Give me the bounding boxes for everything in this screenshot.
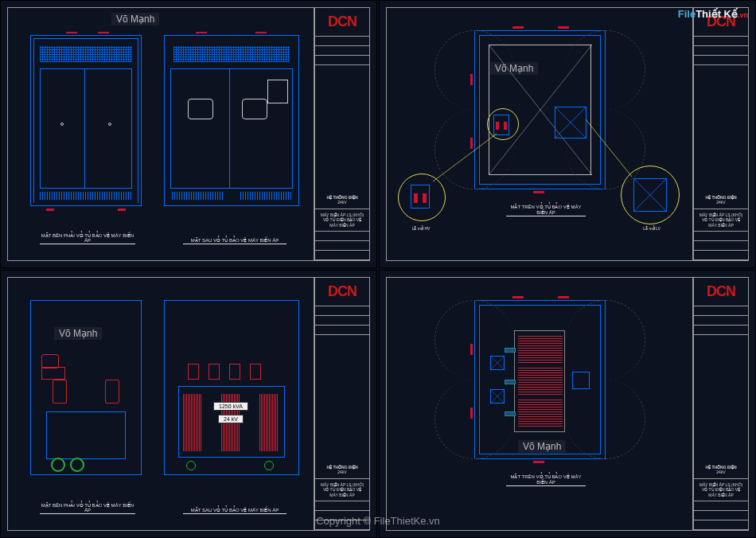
logo: DCN — [694, 278, 748, 306]
logo: DCN — [315, 278, 369, 306]
title-block: DCN HỆ THỐNG ĐIỆN24kV MÁY BIẾN ÁP LS (KH… — [314, 7, 370, 261]
author-watermark: Võ Mạnh — [518, 440, 566, 453]
title-block: DCN HỆ THỐNG ĐIỆN24kV MÁY BIẾN ÁP LS (KH… — [693, 7, 749, 261]
caption-top: MẶT TRÊN VỎ TỦ BẢO VỆ MÁY BIẾN ÁP — [506, 474, 586, 486]
transformer-rating: 1250 kVA — [213, 402, 248, 411]
cabinet-side-xfmr — [30, 300, 142, 475]
author-watermark: Võ Mạnh — [111, 13, 159, 25]
panel-bottom-right: Võ Mạnh — [379, 270, 756, 538]
caption-side: MẶT BÊN PHẢI VỎ TỦ BẢO VỆ MÁY BIẾN ÁP — [40, 502, 135, 514]
caption-side: MẶT BÊN PHẢI VỎ TỦ BẢO VỆ MÁY BIẾN ÁP — [40, 232, 135, 244]
panel-top-right: Võ Mạnh — [379, 0, 756, 268]
author-watermark: Võ Mạnh — [490, 62, 538, 75]
leader-lines — [387, 8, 692, 260]
site-corner-logo: FileThiết Kế.vn — [678, 8, 748, 20]
caption-rear: MẶT SAU VỎ TỦ BẢO VỆ MÁY BIẾN ÁP — [183, 237, 286, 244]
cabinet-rear-view — [164, 35, 299, 206]
svg-line-6 — [433, 134, 497, 181]
svg-line-7 — [586, 119, 632, 177]
panel-top-left: Võ Mạnh — [0, 0, 377, 268]
logo: DCN — [315, 8, 369, 37]
drawing-grid: Võ Mạnh — [0, 0, 756, 538]
site-watermark: Copyright © FileThietKe.vn — [316, 515, 440, 527]
title-block: DCN HỆ THỐNG ĐIỆN24kV MÁY BIẾN ÁP LS (KH… — [693, 277, 749, 531]
author-watermark: Võ Mạnh — [54, 327, 102, 340]
transformer-voltage: 24 kV — [218, 415, 244, 423]
panel-bottom-left: Võ Mạnh — [0, 270, 377, 538]
caption-top: MẶT TRÊN VỎ TỦ BẢO VỆ MÁY BIẾN ÁP — [506, 204, 586, 216]
title-block: DCN HỆ THỐNG ĐIỆN24kV MÁY BIẾN ÁP LS (KH… — [314, 277, 370, 531]
caption-rear: MẶT SAU VỎ TỦ BẢO VỆ MÁY BIẾN ÁP — [183, 507, 286, 514]
cabinet-side-view — [30, 35, 142, 206]
detail-label-lv: Lỗ mở LV — [640, 226, 664, 232]
detail-label-hv: Lỗ mở HV — [409, 226, 433, 232]
cabinet-rear-xfmr: 1250 kVA 24 kV — [164, 300, 299, 475]
